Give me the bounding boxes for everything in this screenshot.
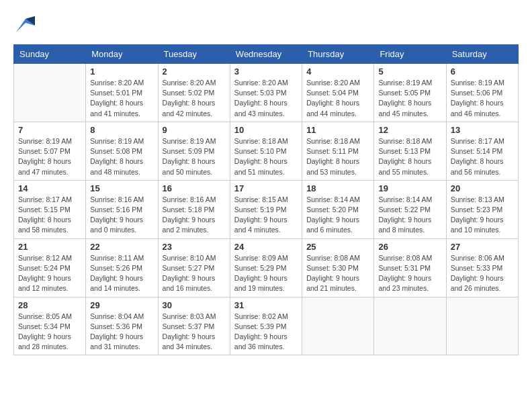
calendar-day-cell: 18Sunrise: 8:14 AM Sunset: 5:20 PM Dayli… xyxy=(302,180,374,238)
calendar-day-cell xyxy=(374,297,446,355)
calendar-day-cell: 12Sunrise: 8:18 AM Sunset: 5:13 PM Dayli… xyxy=(374,122,446,180)
day-info: Sunrise: 8:03 AM Sunset: 5:37 PM Dayligh… xyxy=(163,312,226,353)
day-of-week-header: Thursday xyxy=(302,45,374,64)
day-number: 16 xyxy=(163,183,226,193)
calendar-day-cell: 29Sunrise: 8:04 AM Sunset: 5:36 PM Dayli… xyxy=(86,297,158,355)
day-of-week-header: Wednesday xyxy=(230,45,302,64)
calendar-day-cell: 1Sunrise: 8:20 AM Sunset: 5:01 PM Daylig… xyxy=(86,64,158,122)
day-info: Sunrise: 8:10 AM Sunset: 5:27 PM Dayligh… xyxy=(163,253,226,294)
day-number: 4 xyxy=(306,66,369,77)
calendar-day-cell: 28Sunrise: 8:05 AM Sunset: 5:34 PM Dayli… xyxy=(14,297,86,355)
calendar-day-cell: 4Sunrise: 8:20 AM Sunset: 5:04 PM Daylig… xyxy=(302,64,374,122)
day-number: 20 xyxy=(451,183,514,193)
day-info: Sunrise: 8:11 AM Sunset: 5:26 PM Dayligh… xyxy=(90,253,153,294)
day-info: Sunrise: 8:17 AM Sunset: 5:14 PM Dayligh… xyxy=(451,136,514,177)
calendar-header-row: SundayMondayTuesdayWednesdayThursdayFrid… xyxy=(14,45,519,64)
day-info: Sunrise: 8:16 AM Sunset: 5:18 PM Dayligh… xyxy=(163,195,226,236)
day-number: 2 xyxy=(163,66,226,77)
day-info: Sunrise: 8:20 AM Sunset: 5:01 PM Dayligh… xyxy=(90,78,153,119)
day-info: Sunrise: 8:14 AM Sunset: 5:20 PM Dayligh… xyxy=(306,195,369,236)
header xyxy=(13,13,519,38)
day-number: 8 xyxy=(90,125,153,135)
day-number: 21 xyxy=(18,242,81,252)
calendar-day-cell: 6Sunrise: 8:19 AM Sunset: 5:06 PM Daylig… xyxy=(446,64,518,122)
day-number: 27 xyxy=(451,242,514,252)
day-number: 18 xyxy=(306,183,369,193)
day-of-week-header: Saturday xyxy=(446,45,518,64)
day-number: 10 xyxy=(234,125,298,135)
calendar-day-cell: 19Sunrise: 8:14 AM Sunset: 5:22 PM Dayli… xyxy=(374,180,446,238)
day-number: 28 xyxy=(18,300,81,310)
calendar-day-cell: 7Sunrise: 8:19 AM Sunset: 5:07 PM Daylig… xyxy=(14,122,86,180)
day-number: 17 xyxy=(234,183,298,193)
day-info: Sunrise: 8:17 AM Sunset: 5:15 PM Dayligh… xyxy=(18,195,81,236)
day-info: Sunrise: 8:14 AM Sunset: 5:22 PM Dayligh… xyxy=(378,195,441,236)
day-number: 23 xyxy=(163,242,226,252)
calendar-day-cell: 25Sunrise: 8:08 AM Sunset: 5:30 PM Dayli… xyxy=(302,238,374,297)
day-number: 30 xyxy=(163,300,226,310)
logo-icon xyxy=(13,13,38,38)
day-info: Sunrise: 8:16 AM Sunset: 5:16 PM Dayligh… xyxy=(90,195,153,236)
calendar-day-cell: 27Sunrise: 8:06 AM Sunset: 5:33 PM Dayli… xyxy=(446,238,518,297)
day-info: Sunrise: 8:09 AM Sunset: 5:29 PM Dayligh… xyxy=(234,253,298,294)
calendar-week-row: 21Sunrise: 8:12 AM Sunset: 5:24 PM Dayli… xyxy=(14,238,519,297)
calendar-day-cell: 20Sunrise: 8:13 AM Sunset: 5:23 PM Dayli… xyxy=(446,180,518,238)
day-number: 22 xyxy=(90,242,153,252)
day-info: Sunrise: 8:05 AM Sunset: 5:34 PM Dayligh… xyxy=(18,312,81,353)
day-number: 31 xyxy=(234,300,298,310)
calendar-day-cell: 15Sunrise: 8:16 AM Sunset: 5:16 PM Dayli… xyxy=(86,180,158,238)
calendar-week-row: 14Sunrise: 8:17 AM Sunset: 5:15 PM Dayli… xyxy=(14,180,519,238)
calendar-day-cell: 9Sunrise: 8:19 AM Sunset: 5:09 PM Daylig… xyxy=(158,122,230,180)
day-number: 24 xyxy=(234,242,298,252)
calendar-day-cell: 22Sunrise: 8:11 AM Sunset: 5:26 PM Dayli… xyxy=(86,238,158,297)
day-number: 15 xyxy=(90,183,153,193)
calendar-day-cell: 3Sunrise: 8:20 AM Sunset: 5:03 PM Daylig… xyxy=(230,64,302,122)
calendar-day-cell: 17Sunrise: 8:15 AM Sunset: 5:19 PM Dayli… xyxy=(230,180,302,238)
day-info: Sunrise: 8:18 AM Sunset: 5:10 PM Dayligh… xyxy=(234,136,298,177)
day-number: 11 xyxy=(306,125,369,135)
day-number: 5 xyxy=(378,66,441,77)
day-info: Sunrise: 8:04 AM Sunset: 5:36 PM Dayligh… xyxy=(90,312,153,353)
day-number: 13 xyxy=(451,125,514,135)
day-number: 9 xyxy=(163,125,226,135)
day-info: Sunrise: 8:13 AM Sunset: 5:23 PM Dayligh… xyxy=(451,195,514,236)
calendar-day-cell xyxy=(302,297,374,355)
day-of-week-header: Sunday xyxy=(14,45,86,64)
day-number: 7 xyxy=(18,125,81,135)
day-number: 14 xyxy=(18,183,81,193)
day-info: Sunrise: 8:19 AM Sunset: 5:06 PM Dayligh… xyxy=(451,78,514,119)
day-number: 12 xyxy=(378,125,441,135)
day-number: 19 xyxy=(378,183,441,193)
day-of-week-header: Friday xyxy=(374,45,446,64)
day-of-week-header: Monday xyxy=(86,45,158,64)
calendar-table: SundayMondayTuesdayWednesdayThursdayFrid… xyxy=(13,44,519,355)
day-info: Sunrise: 8:12 AM Sunset: 5:24 PM Dayligh… xyxy=(18,253,81,294)
day-info: Sunrise: 8:15 AM Sunset: 5:19 PM Dayligh… xyxy=(234,195,298,236)
day-info: Sunrise: 8:08 AM Sunset: 5:31 PM Dayligh… xyxy=(378,253,441,294)
calendar-day-cell: 24Sunrise: 8:09 AM Sunset: 5:29 PM Dayli… xyxy=(230,238,302,297)
calendar-week-row: 7Sunrise: 8:19 AM Sunset: 5:07 PM Daylig… xyxy=(14,122,519,180)
calendar-day-cell: 5Sunrise: 8:19 AM Sunset: 5:05 PM Daylig… xyxy=(374,64,446,122)
calendar-day-cell xyxy=(446,297,518,355)
day-info: Sunrise: 8:19 AM Sunset: 5:09 PM Dayligh… xyxy=(163,136,226,177)
day-info: Sunrise: 8:02 AM Sunset: 5:39 PM Dayligh… xyxy=(234,312,298,353)
day-of-week-header: Tuesday xyxy=(158,45,230,64)
day-info: Sunrise: 8:08 AM Sunset: 5:30 PM Dayligh… xyxy=(306,253,369,294)
calendar-day-cell: 14Sunrise: 8:17 AM Sunset: 5:15 PM Dayli… xyxy=(14,180,86,238)
day-number: 3 xyxy=(234,66,298,77)
day-info: Sunrise: 8:20 AM Sunset: 5:03 PM Dayligh… xyxy=(234,78,298,119)
day-info: Sunrise: 8:19 AM Sunset: 5:08 PM Dayligh… xyxy=(90,136,153,177)
calendar-day-cell: 16Sunrise: 8:16 AM Sunset: 5:18 PM Dayli… xyxy=(158,180,230,238)
calendar-day-cell: 11Sunrise: 8:18 AM Sunset: 5:11 PM Dayli… xyxy=(302,122,374,180)
day-number: 25 xyxy=(306,242,369,252)
day-number: 6 xyxy=(451,66,514,77)
day-info: Sunrise: 8:18 AM Sunset: 5:11 PM Dayligh… xyxy=(306,136,369,177)
day-number: 26 xyxy=(378,242,441,252)
calendar-week-row: 28Sunrise: 8:05 AM Sunset: 5:34 PM Dayli… xyxy=(14,297,519,355)
day-info: Sunrise: 8:19 AM Sunset: 5:05 PM Dayligh… xyxy=(378,78,441,119)
day-number: 29 xyxy=(90,300,153,310)
day-number: 1 xyxy=(90,66,153,77)
calendar-day-cell: 23Sunrise: 8:10 AM Sunset: 5:27 PM Dayli… xyxy=(158,238,230,297)
calendar-day-cell: 30Sunrise: 8:03 AM Sunset: 5:37 PM Dayli… xyxy=(158,297,230,355)
calendar-day-cell: 13Sunrise: 8:17 AM Sunset: 5:14 PM Dayli… xyxy=(446,122,518,180)
